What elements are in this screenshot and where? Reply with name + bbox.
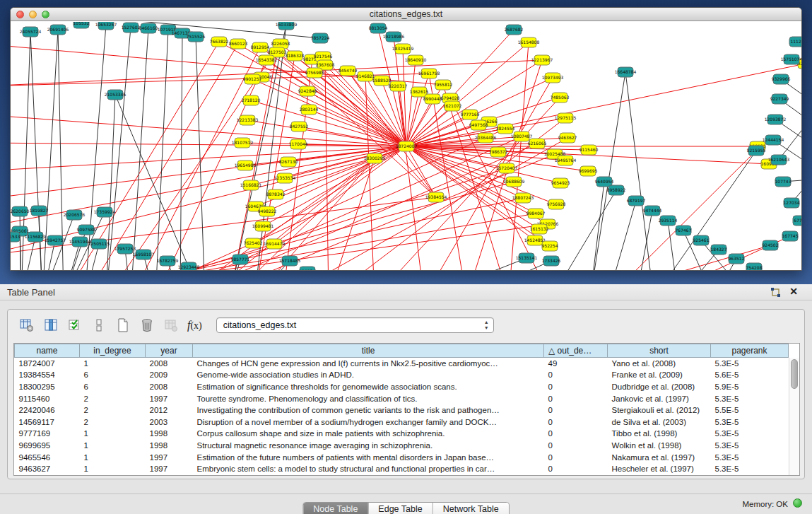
graph-node[interactable]: 105532 (73, 22, 90, 28)
clear-selection-icon[interactable] (91, 317, 107, 333)
graph-node[interactable]: 18724007 (396, 141, 418, 151)
graph-node[interactable]: 18107512 (232, 138, 254, 148)
graph-node[interactable]: 184327 (711, 245, 727, 255)
graph-edge[interactable] (406, 92, 419, 146)
graph-node[interactable]: 2803144 (300, 105, 319, 115)
graph-node[interactable]: 9498222 (258, 206, 277, 216)
column-header-out_de[interactable]: △ out_de… (544, 344, 608, 358)
graph-node[interactable]: 8912954 (251, 42, 270, 52)
table-row[interactable]: 1456911722003Disruption of a novel membe… (15, 416, 789, 428)
graph-edge[interactable] (276, 146, 406, 194)
graph-node[interactable]: 15718485 (279, 256, 301, 266)
graph-edge[interactable] (11, 143, 406, 146)
graph-node[interactable]: 7663822 (210, 37, 229, 47)
graph-node[interactable]: 7986372 (489, 147, 508, 157)
graph-node[interactable]: 7625402 (244, 238, 263, 248)
graph-node[interactable]: 9474444 (643, 206, 662, 216)
graph-node[interactable]: 16210643 (768, 155, 790, 165)
graph-edge[interactable] (180, 33, 182, 271)
graph-edge[interactable] (466, 261, 551, 271)
graph-node[interactable]: 9654923 (551, 178, 570, 188)
table-row[interactable]: 969969511998Structural magnetic resonanc… (15, 440, 789, 452)
graph-node[interactable]: 12353534 (274, 173, 296, 183)
graph-edge[interactable] (106, 28, 131, 271)
graph-node[interactable]: 9097588 (77, 225, 96, 235)
graph-node[interactable]: 67724 (793, 216, 801, 226)
scrollbar-thumb[interactable] (791, 359, 798, 389)
graph-node[interactable]: 1819827 (30, 206, 49, 216)
table-row[interactable]: 1830029562008Estimation of significance … (15, 381, 789, 393)
graph-node[interactable]: 9115460 (579, 145, 599, 155)
graph-node[interactable]: 16914479 (264, 239, 286, 249)
graph-node[interactable]: 16154808 (518, 37, 540, 47)
graph-node[interactable]: 8454749 (339, 66, 358, 76)
graph-node[interactable]: 3824554 (496, 124, 515, 134)
graph-node[interactable]: 17359924 (94, 207, 116, 217)
graph-node[interactable]: 12505115 (88, 239, 110, 249)
graph-node[interactable]: 19495764 (555, 156, 577, 165)
graph-node[interactable]: 16033809 (276, 22, 298, 30)
graph-node[interactable]: 8215955 (747, 146, 766, 156)
delete-table-icon[interactable] (139, 317, 155, 333)
graph-node[interactable]: 2620650 (11, 206, 30, 216)
column-header-title[interactable]: title (193, 344, 544, 358)
graph-node[interactable]: 24055724 (20, 27, 42, 37)
graph-node[interactable]: 12213383 (237, 115, 259, 125)
graph-edge[interactable] (590, 182, 604, 271)
graph-node[interactable]: 19654985 (235, 160, 257, 170)
graph-node[interactable]: 20691406 (47, 25, 69, 35)
column-header-name[interactable]: name (15, 344, 80, 358)
graph-node[interactable]: 12093872 (765, 115, 787, 124)
graph-node[interactable]: 9901257 (243, 74, 262, 84)
graph-node[interactable]: 127034 (784, 198, 800, 208)
select-all-icon[interactable] (67, 317, 83, 333)
graph-edge[interactable] (11, 115, 406, 146)
graph-node[interactable]: 18807243 (512, 193, 534, 203)
graph-node[interactable]: 16782759 (157, 256, 179, 266)
graph-node[interactable]: 19218986 (383, 32, 405, 42)
graph-edge[interactable] (406, 64, 801, 146)
table-vertical-scrollbar[interactable] (789, 358, 799, 475)
graph-edge[interactable] (106, 168, 507, 271)
new-table-icon[interactable] (115, 317, 131, 333)
graph-node[interactable]: 129234 (300, 267, 316, 271)
graph-node[interactable]: 12213967 (531, 55, 553, 65)
graph-node[interactable]: 167745 (782, 231, 799, 241)
graph-edge[interactable] (196, 37, 205, 271)
graph-node[interactable]: 8427552 (290, 122, 309, 132)
graph-node[interactable]: 9857771 (231, 255, 250, 264)
graph-node[interactable]: 767467 (676, 226, 692, 235)
graph-node[interactable]: 10688609 (503, 177, 525, 187)
graph-node[interactable]: 18325419 (392, 44, 414, 54)
graph-node[interactable]: 7515526 (187, 32, 206, 42)
graph-edge[interactable] (131, 28, 148, 271)
show-column-icon[interactable] (43, 317, 59, 333)
graph-node[interactable]: 18640910 (405, 55, 427, 65)
graph-node[interactable]: 924502 (763, 240, 779, 250)
graph-node[interactable]: 9329966 (772, 74, 791, 84)
graph-edge[interactable] (801, 178, 801, 221)
graph-node[interactable]: 10653257 (95, 22, 117, 30)
column-header-pagerank[interactable]: pagerank (711, 344, 789, 358)
column-header-short[interactable]: short (608, 344, 711, 358)
graph-node[interactable]: 18300295 (364, 153, 386, 163)
graph-edge[interactable] (58, 30, 64, 271)
table-selector-dropdown[interactable]: citations_edges.txt ▲▼ (216, 317, 494, 333)
graph-node[interactable]: 15135141 (516, 253, 538, 263)
table-row[interactable]: 2242004622012Investigating the contribut… (15, 404, 789, 416)
tab-node-table[interactable]: Node Table (303, 503, 367, 514)
column-header-in_degree[interactable]: in_degree (80, 344, 146, 358)
table-settings-icon[interactable] (19, 317, 35, 333)
graph-node[interactable]: 15720407 (496, 163, 518, 173)
graph-node[interactable]: 963512 (729, 254, 745, 264)
graph-node[interactable]: 9777169 (461, 110, 480, 119)
graph-node[interactable]: 8813054 (369, 23, 388, 33)
graph-node[interactable]: 8186328 (286, 51, 305, 61)
tab-edge-table[interactable]: Edge Table (367, 503, 432, 514)
graph-node[interactable]: 8660123 (229, 39, 248, 49)
graph-node[interactable]: 6216065 (528, 139, 547, 148)
graph-edge[interactable] (625, 72, 654, 271)
graph-node[interactable]: 391533 (11, 232, 20, 242)
graph-node[interactable]: 16961758 (418, 69, 440, 78)
graph-edge[interactable] (792, 157, 801, 203)
